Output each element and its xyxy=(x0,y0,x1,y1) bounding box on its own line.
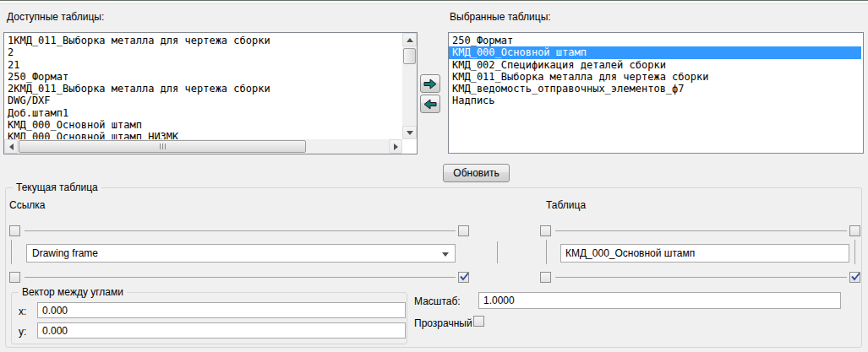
triangle-up-icon xyxy=(407,38,413,42)
reference-label: Ссылка xyxy=(9,199,45,211)
available-tables-label: Доступные таблицы: xyxy=(7,11,104,23)
checkmark-icon xyxy=(458,270,471,283)
update-button[interactable]: Обновить xyxy=(443,164,510,182)
list-item[interactable]: 1КМД_011_Выборка металла для чертежа сбо… xyxy=(4,35,402,46)
transparent-label: Прозрачный xyxy=(414,317,472,329)
table-anchor-top-left-checkbox[interactable] xyxy=(540,225,551,236)
window-top-band xyxy=(0,1,868,4)
arrow-left-icon xyxy=(423,99,437,110)
list-item[interactable]: КМД_000_Основной штамп xyxy=(4,119,402,131)
reference-anchor-top-left-checkbox[interactable] xyxy=(9,225,20,236)
vector-group: Вектор между углами x: y: xyxy=(11,292,407,344)
vertical-scrollbar[interactable] xyxy=(402,33,417,139)
reference-anchor-bottom-line xyxy=(25,277,456,278)
triangle-down-icon xyxy=(407,131,413,135)
move-right-button[interactable] xyxy=(420,74,440,93)
vector-group-title: Вектор между углами xyxy=(19,286,127,298)
list-item[interactable]: Надпись xyxy=(449,95,861,106)
list-item[interactable]: КМД_000_Основной штамп НИЗМК xyxy=(4,131,402,139)
section-divider-line xyxy=(497,241,498,263)
reference-dropdown-value: Drawing frame xyxy=(32,247,98,259)
available-tables-listbox[interactable]: 1КМД_011_Выборка металла для чертежа сбо… xyxy=(3,32,418,154)
table-anchor-bottom-left-checkbox[interactable] xyxy=(540,272,551,283)
scroll-up-button[interactable] xyxy=(402,33,417,46)
move-left-button[interactable] xyxy=(420,95,440,113)
arrow-right-icon xyxy=(423,79,437,89)
selected-tables-label: Выбранные таблицы: xyxy=(450,11,551,23)
list-item[interactable]: КМД_011_Выборка металла для чертежа сбор… xyxy=(449,71,861,83)
reference-dropdown[interactable]: Drawing frame xyxy=(26,244,456,263)
horizontal-scrollbar[interactable] xyxy=(4,139,402,154)
reference-anchor-bottom-left-checkbox[interactable] xyxy=(9,272,20,283)
list-item[interactable]: DWG/DXF xyxy=(4,95,402,106)
table-anchor-left-line xyxy=(546,240,547,264)
reference-anchor-top-right-checkbox[interactable] xyxy=(458,225,469,236)
triangle-left-icon xyxy=(9,144,14,150)
list-item[interactable]: 250_Формат xyxy=(449,35,861,46)
current-table-group-title: Текущая таблица xyxy=(13,181,101,193)
list-item[interactable]: Доб.штамп1 xyxy=(4,107,402,119)
checkmark-icon xyxy=(849,270,862,283)
table-anchor-top-line xyxy=(555,230,847,231)
vector-x-field[interactable] xyxy=(37,302,406,318)
list-item[interactable]: КМД_000_Основной штамп xyxy=(449,46,861,58)
list-item[interactable]: КМД_ведомость_отправочных_элементов_ф7 xyxy=(449,83,861,95)
table-anchor-right-line xyxy=(854,240,855,264)
thumb-grip-icon xyxy=(159,144,167,149)
transparent-checkbox[interactable] xyxy=(473,316,484,327)
table-anchor-bottom-right-checkbox[interactable] xyxy=(849,272,860,283)
scale-label: Масштаб: xyxy=(414,295,461,307)
selected-tables-items: 250_ФорматКМД_000_Основной штампКМД_002_… xyxy=(449,35,861,151)
current-table-group: Текущая таблица Ссылка Drawing frame Таб… xyxy=(5,187,862,348)
table-anchor-bottom-line xyxy=(555,277,847,278)
scroll-left-button[interactable] xyxy=(4,139,18,154)
available-tables-items: 1КМД_011_Выборка металла для чертежа сбо… xyxy=(4,35,402,139)
chevron-down-icon xyxy=(442,252,449,257)
scale-field[interactable] xyxy=(478,292,841,309)
selected-tables-listbox[interactable]: 250_ФорматКМД_000_Основной штампКМД_002_… xyxy=(448,32,864,154)
vector-y-label: y: xyxy=(19,326,26,338)
reference-anchor-left-line xyxy=(11,240,12,264)
table-anchor-top-right-checkbox[interactable] xyxy=(849,225,860,236)
vector-x-label: x: xyxy=(19,306,26,317)
list-item[interactable]: 21 xyxy=(4,59,402,71)
vertical-scroll-thumb[interactable] xyxy=(403,48,416,64)
scroll-right-button[interactable] xyxy=(389,139,402,154)
list-item[interactable]: КМД_002_Спецификация деталей сборки xyxy=(449,59,861,71)
list-item[interactable]: 2 xyxy=(4,46,402,58)
table-name-field[interactable] xyxy=(560,244,849,263)
table-label: Таблица xyxy=(546,199,586,211)
list-item[interactable]: 2КМД_011_Выборка металла для чертежа сбо… xyxy=(4,83,402,95)
scroll-down-button[interactable] xyxy=(402,126,417,139)
list-item[interactable]: 250_Формат xyxy=(4,71,402,83)
reference-anchor-top-line xyxy=(25,230,456,231)
horizontal-scroll-thumb[interactable] xyxy=(19,140,306,153)
triangle-right-icon xyxy=(394,144,398,150)
reference-anchor-bottom-right-checkbox[interactable] xyxy=(458,272,469,283)
vector-y-field[interactable] xyxy=(37,322,406,338)
